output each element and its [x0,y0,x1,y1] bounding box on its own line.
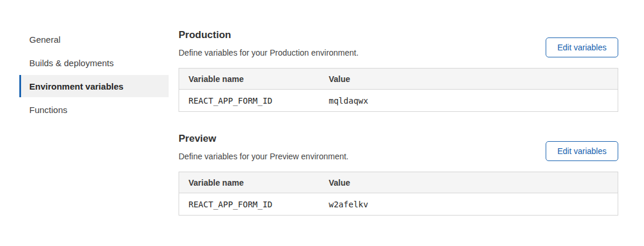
settings-sidebar: General Builds & deployments Environment… [19,28,169,121]
table-row: REACT_APP_FORM_ID mqldaqwx [179,90,618,112]
variable-value-cell: mqldaqwx [320,90,618,112]
sidebar-item-functions[interactable]: Functions [19,98,169,121]
sidebar-item-label: Environment variables [29,81,124,91]
table-header-row: Variable name Value [179,172,618,193]
variable-value-cell: w2afelkv [320,193,618,216]
sidebar-item-label: Builds & deployments [29,58,114,68]
table-row: REACT_APP_FORM_ID w2afelkv [179,193,618,216]
sidebar-item-environment-variables[interactable]: Environment variables [19,75,169,97]
column-header-value: Value [320,69,618,90]
environment-variables-panel: Production Define variables for your Pro… [179,29,618,216]
table-header-row: Variable name Value [179,69,618,90]
preview-variables-table: Variable name Value REACT_APP_FORM_ID w2… [179,172,618,216]
variable-name-cell: REACT_APP_FORM_ID [179,193,320,216]
production-variables-table: Variable name Value REACT_APP_FORM_ID mq… [179,68,618,112]
column-header-variable-name: Variable name [179,172,320,193]
edit-production-variables-button[interactable]: Edit variables [546,37,618,57]
variable-name-cell: REACT_APP_FORM_ID [179,90,320,112]
sidebar-item-general[interactable]: General [19,28,169,51]
production-section: Production Define variables for your Pro… [179,29,618,112]
preview-section: Preview Define variables for your Previe… [179,133,618,216]
edit-preview-variables-button[interactable]: Edit variables [546,141,618,161]
column-header-variable-name: Variable name [179,69,320,90]
sidebar-item-label: Functions [29,105,67,115]
sidebar-item-label: General [29,35,60,45]
sidebar-item-builds-deployments[interactable]: Builds & deployments [19,51,169,74]
column-header-value: Value [320,172,618,193]
